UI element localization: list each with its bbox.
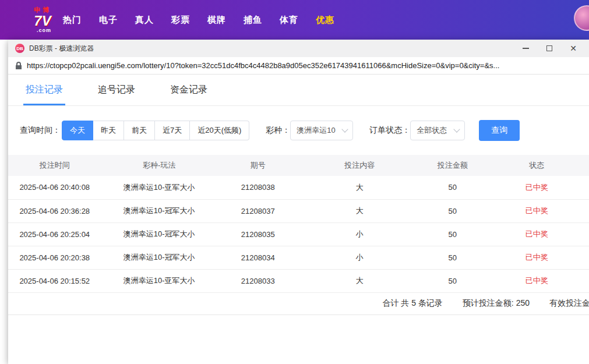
cell-bet-amount: 50 (421, 222, 485, 246)
cell-bet-amount: 50 (421, 176, 485, 199)
cell-game-play: 澳洲幸运10-冠军大小 (101, 199, 217, 222)
nav-item-promo[interactable]: 优惠 (316, 15, 334, 26)
time-range-group: 今天 昨天 前天 近7天 近20天(低频) (62, 121, 249, 140)
table-summary: 合计 共 5 条记录 预计投注金额: 250 有效投注金额 (8, 293, 589, 315)
nav-item-hot[interactable]: 热门 (63, 15, 82, 26)
close-icon[interactable]: ✕ (569, 44, 577, 52)
table-row: 2025-04-06 20:20:38 澳洲幸运10-冠军大小 21208034… (8, 246, 589, 269)
order-status-label: 订单状态： (369, 125, 410, 136)
tab-chase-records[interactable]: 追号记录 (96, 84, 137, 105)
cell-bet-content: 大 (298, 199, 420, 222)
header-issue: 期号 (217, 155, 299, 176)
logo-text-main: 7V (34, 14, 51, 28)
time-option-today[interactable]: 今天 (62, 121, 93, 140)
cell-game-play: 澳洲幸运10-亚军大小 (101, 176, 217, 199)
tab-bet-records[interactable]: 投注记录 (23, 84, 65, 105)
cell-bet-content: 大 (298, 269, 420, 292)
cell-bet-time: 2025-04-06 20:15:52 (8, 269, 101, 292)
cell-issue: 21208037 (217, 199, 299, 222)
time-option-day-before[interactable]: 前天 (124, 121, 155, 140)
header-game-play: 彩种-玩法 (101, 155, 217, 176)
time-option-yesterday[interactable]: 昨天 (93, 121, 124, 140)
maximize-icon[interactable] (545, 44, 553, 52)
nav-item-live[interactable]: 真人 (135, 15, 154, 26)
lottery-type-label: 彩种： (266, 125, 290, 136)
table-row: 2025-04-06 20:15:52 澳洲幸运10-亚军大小 21208033… (8, 269, 589, 292)
search-button[interactable]: 查询 (479, 120, 520, 141)
status-badge: 已中奖 (485, 199, 589, 222)
summary-valid-amount: 有效投注金额 (549, 298, 589, 309)
site-nav-menu: 热门 电子 真人 彩票 棋牌 捕鱼 体育 优惠 (63, 15, 334, 26)
nav-item-lottery[interactable]: 彩票 (171, 15, 190, 26)
lock-icon (15, 62, 22, 70)
logo-text-bottom: .com (37, 28, 51, 33)
cell-game-play: 澳洲幸运10-冠军大小 (101, 222, 217, 246)
cell-bet-time: 2025-04-06 20:25:04 (8, 222, 101, 246)
url-text[interactable]: https://ctopcp02pcali.uengi5e.com/lotter… (27, 61, 582, 70)
table-header-row: 投注时间 彩种-玩法 期号 投注内容 投注金额 状态 (8, 155, 589, 176)
table-row: 2025-04-06 20:36:28 澳洲幸运10-冠军大小 21208037… (8, 199, 589, 222)
lottery-type-value: 澳洲幸运10 (297, 125, 335, 136)
cell-issue: 21208034 (217, 246, 299, 269)
cell-bet-time: 2025-04-06 20:20:38 (8, 246, 101, 269)
window-title: DB彩票 - 极速浏览器 (29, 44, 94, 54)
cell-issue: 21208035 (217, 222, 299, 246)
minimize-icon[interactable] (521, 44, 530, 52)
site-logo[interactable]: 申博 7V .com (34, 7, 51, 33)
chevron-down-icon (342, 126, 348, 132)
user-avatar[interactable] (574, 5, 589, 31)
bet-records-table: 投注时间 彩种-玩法 期号 投注内容 投注金额 状态 2025-04-06 20… (8, 155, 589, 293)
cell-bet-content: 小 (298, 222, 420, 246)
record-tabs: 投注记录 追号记录 资金记录 (8, 75, 589, 106)
header-bet-content: 投注内容 (298, 155, 420, 176)
chevron-down-icon (454, 126, 460, 132)
page-content: 投注记录 追号记录 资金记录 查询时间： 今天 昨天 前天 近7天 近20天(低… (8, 75, 589, 364)
header-bet-amount: 投注金额 (421, 155, 485, 176)
cell-bet-content: 小 (298, 246, 420, 269)
cell-game-play: 澳洲幸运10-亚军大小 (101, 269, 217, 292)
cell-issue: 21208038 (217, 176, 299, 199)
status-badge: 已中奖 (485, 222, 589, 246)
nav-item-fishing[interactable]: 捕鱼 (244, 15, 262, 26)
cell-bet-amount: 50 (421, 199, 485, 222)
cell-bet-time: 2025-04-06 20:36:28 (8, 199, 101, 222)
summary-record-count: 合计 共 5 条记录 (382, 298, 442, 309)
logo-text-top: 申博 (34, 7, 51, 13)
header-bet-time: 投注时间 (8, 155, 101, 176)
site-top-nav: 申博 7V .com 热门 电子 真人 彩票 棋牌 捕鱼 体育 优惠 (0, 0, 589, 40)
cell-bet-time: 2025-04-06 20:40:08 (8, 176, 101, 199)
summary-expected-amount: 预计投注金额: 250 (463, 298, 530, 309)
window-controls: ✕ (521, 44, 582, 52)
window-titlebar[interactable]: DB DB彩票 - 极速浏览器 ✕ (8, 40, 589, 57)
nav-item-cards[interactable]: 棋牌 (207, 15, 226, 26)
order-status-value: 全部状态 (417, 125, 447, 136)
status-badge: 已中奖 (485, 246, 589, 269)
status-badge: 已中奖 (485, 269, 589, 292)
table-row: 2025-04-06 20:25:04 澳洲幸运10-冠军大小 21208035… (8, 222, 589, 246)
time-option-last20days[interactable]: 近20天(低频) (190, 121, 249, 140)
app-icon: DB (15, 44, 24, 53)
status-badge: 已中奖 (485, 176, 589, 199)
nav-item-sports[interactable]: 体育 (280, 15, 298, 26)
time-option-last7days[interactable]: 近7天 (155, 121, 190, 140)
table-row: 2025-04-06 20:40:08 澳洲幸运10-亚军大小 21208038… (8, 176, 589, 199)
header-status: 状态 (485, 155, 589, 176)
order-status-select[interactable]: 全部状态 (410, 121, 465, 140)
cell-bet-amount: 50 (421, 269, 485, 292)
nav-item-slots[interactable]: 电子 (99, 15, 118, 26)
filter-bar: 查询时间： 今天 昨天 前天 近7天 近20天(低频) 彩种： 澳洲幸运10 订… (8, 106, 589, 155)
cell-issue: 21208033 (217, 269, 299, 292)
lottery-type-select[interactable]: 澳洲幸运10 (290, 121, 353, 140)
cell-game-play: 澳洲幸运10-冠军大小 (101, 246, 217, 269)
cell-bet-content: 大 (298, 176, 420, 199)
tab-fund-records[interactable]: 资金记录 (168, 84, 210, 105)
browser-window: DB DB彩票 - 极速浏览器 ✕ https://ctopcp02pcali.… (8, 40, 589, 364)
browser-url-bar[interactable]: https://ctopcp02pcali.uengi5e.com/lotter… (8, 57, 589, 75)
cell-bet-amount: 50 (421, 246, 485, 269)
query-time-label: 查询时间： (20, 125, 61, 136)
